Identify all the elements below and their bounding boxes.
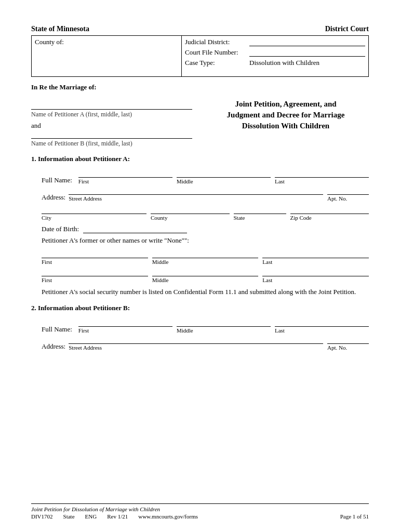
section2-address-row-outer: Address: Street Address Apt. No. [42, 335, 369, 351]
county-box[interactable]: County of: [31, 35, 182, 77]
section2-middle-label: Middle [177, 327, 271, 334]
title-line3: Dissolution With Children [203, 121, 369, 131]
former-last2-input[interactable] [262, 267, 369, 276]
judicial-district-row: Judicial District: [185, 38, 365, 46]
section2-street-input[interactable] [69, 335, 323, 344]
state-label: State [234, 215, 286, 221]
former-middle2-input[interactable] [152, 267, 259, 276]
section2-apt-input[interactable] [327, 335, 369, 344]
petition-title: Joint Petition, Agreement, and Judgment … [203, 99, 369, 131]
section2-first-label: First [78, 327, 172, 334]
county-label: County [151, 215, 230, 221]
footer-meta: DIV1702 State ENG Rev 1/21 www.mncourts.… [31, 513, 369, 520]
title-line2: Judgment and Decree for Marriage [203, 110, 369, 121]
name-fields: First Middle Last [78, 168, 369, 184]
petitioner-b-line[interactable] [31, 138, 192, 139]
former-last1-input[interactable] [262, 249, 369, 258]
former-last2-label: Last [262, 277, 369, 283]
last-name-input[interactable] [275, 168, 369, 178]
former-first1-label: First [42, 259, 148, 265]
section2-name-fields: First Middle Last [78, 317, 369, 334]
former-last1-label: Last [262, 259, 369, 265]
footer-state: State [63, 513, 75, 520]
and-text: and [31, 122, 192, 130]
section2-last-input[interactable] [275, 317, 369, 327]
dob-input[interactable] [83, 224, 187, 233]
section2-fullname-row: Full Name: First Middle Last [42, 317, 369, 334]
section2-first-input[interactable] [78, 317, 172, 327]
former-middle1-label: Middle [152, 259, 259, 265]
judicial-district-input[interactable] [249, 38, 365, 46]
fullname-row: Full Name: First Middle Last [42, 168, 369, 184]
former-last1-field: Last [262, 249, 369, 265]
footer-rev: Rev 1/21 [107, 513, 128, 520]
address-row-outer: Address: Street Address Apt. No. [42, 185, 369, 202]
footer-title: Joint Petition for Dissolution of Marria… [31, 506, 369, 512]
state-title: State of Minnesota [31, 25, 89, 33]
petitioner-a-section: Name of Petitioner A (first, middle, las… [31, 99, 192, 148]
former-names-row2: First Middle Last [42, 267, 369, 283]
former-first1-input[interactable] [42, 249, 148, 258]
in-re-label: In Re the Marriage of: [31, 83, 369, 91]
city-row: City County State Zip Code [42, 205, 369, 221]
former-middle1-input[interactable] [152, 249, 259, 258]
city-input[interactable] [42, 205, 146, 214]
section2-street-field: Street Address [69, 335, 323, 351]
state-input[interactable] [234, 205, 286, 214]
middle-name-label: Middle [177, 178, 271, 184]
section2-first-field: First [78, 317, 172, 334]
footer: Joint Petition for Dissolution of Marria… [31, 503, 369, 520]
section2-middle-field: Middle [177, 317, 271, 334]
zip-label: Zip Code [290, 215, 369, 221]
section2-content: Full Name: First Middle Last Address: [31, 317, 369, 351]
petitioner-a-line[interactable] [31, 109, 192, 110]
former-middle2-label: Middle [152, 277, 259, 283]
first-name-field: First [78, 168, 172, 184]
county-input[interactable] [151, 205, 230, 214]
footer-website: www.mncourts.gov/forms [138, 513, 198, 520]
former-middle1-field: Middle [152, 249, 259, 265]
former-first2-input[interactable] [42, 267, 148, 276]
former-names-label: Petitioner A's former or other names or … [42, 236, 369, 245]
court-file-row: Court File Number: [185, 48, 365, 57]
first-name-label: First [78, 178, 172, 184]
court-info-row: County of: Judicial District: Court File… [31, 35, 369, 77]
apt-label: Apt. No. [327, 195, 369, 202]
section2-address-label: Address: [42, 342, 65, 351]
section2-apt-label: Apt. No. [327, 344, 369, 351]
first-name-input[interactable] [78, 168, 172, 178]
section2-address-row: Address: Street Address Apt. No. [42, 335, 369, 351]
case-type-row: Case Type: Dissolution with Children [185, 59, 365, 67]
title-block: Joint Petition, Agreement, and Judgment … [203, 99, 369, 148]
court-title: District Court [325, 25, 369, 33]
section1-content: Full Name: First Middle Last Address: [31, 168, 369, 297]
ssn-note: Petitioner A's social security number is… [42, 287, 369, 297]
court-file-label: Court File Number: [185, 48, 247, 57]
case-type-value: Dissolution with Children [249, 59, 319, 67]
title-line1: Joint Petition, Agreement, and [203, 99, 369, 110]
address-row: Address: Street Address Apt. No. [42, 185, 369, 202]
state-field: State [234, 205, 286, 221]
street-address-input[interactable] [69, 185, 323, 195]
footer-div1702: DIV1702 [31, 513, 53, 520]
county-field: County [151, 205, 230, 221]
dob-label: Date of Birth: [42, 225, 79, 233]
middle-name-input[interactable] [177, 168, 271, 178]
section2-last-field: Last [275, 317, 369, 334]
former-names-row1: First Middle Last [42, 249, 369, 265]
zip-field: Zip Code [290, 205, 369, 221]
footer-eng: ENG [85, 513, 97, 520]
former-first1-field: First [42, 249, 148, 265]
zip-input[interactable] [290, 205, 369, 214]
street-address-field: Street Address [69, 185, 323, 202]
section1-header: 1. Information about Petitioner A: [31, 155, 369, 163]
court-file-input[interactable] [249, 48, 365, 57]
section2-middle-input[interactable] [177, 317, 271, 327]
petitioner-a-label: Name of Petitioner A (first, middle, las… [31, 111, 192, 118]
petitioner-b-label: Name of Petitioner B (first, middle, las… [31, 140, 192, 148]
apt-input[interactable] [327, 185, 369, 195]
judicial-district-label: Judicial District: [185, 38, 247, 46]
court-details-box: Judicial District: Court File Number: Ca… [182, 35, 369, 77]
section2-header: 2. Information about Petitioner B: [31, 304, 369, 312]
section2-apt-field: Apt. No. [327, 335, 369, 351]
